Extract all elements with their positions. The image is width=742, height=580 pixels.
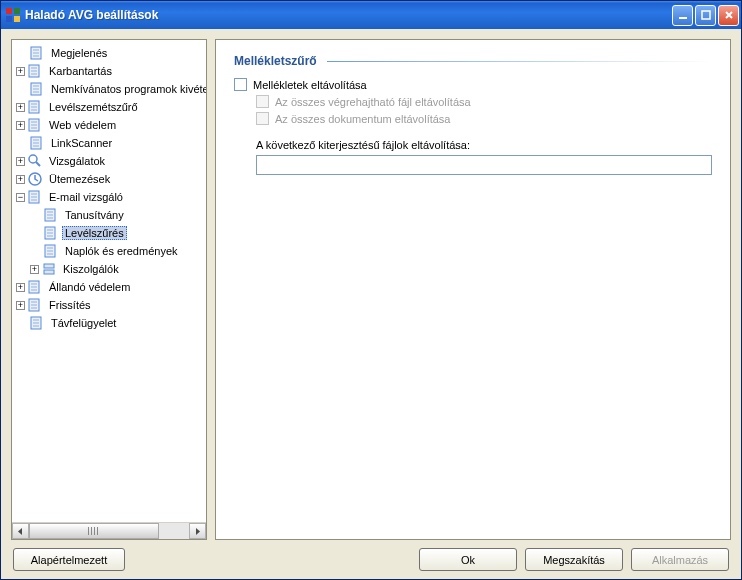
svg-rect-2	[6, 16, 12, 22]
checkbox-remove-executables	[256, 95, 269, 108]
titlebar: Haladó AVG beállítások	[1, 1, 741, 29]
ok-button[interactable]: Ok	[419, 548, 517, 571]
checkbox-remove-attachments[interactable]	[234, 78, 247, 91]
section-header: Mellékletszűrő	[234, 54, 712, 68]
tree-item-label[interactable]: Frissítés	[46, 298, 94, 312]
tree-expander[interactable]: +	[16, 121, 25, 130]
tree-item-icon	[41, 261, 57, 277]
tree-expander[interactable]: +	[16, 157, 25, 166]
tree-expander[interactable]: +	[30, 265, 39, 274]
tree-item-icon	[27, 99, 43, 115]
tree-panel: Megjelenés+KarbantartásNemkívánatos prog…	[11, 39, 207, 540]
tree-item[interactable]: +Web védelem	[12, 116, 206, 134]
svg-rect-0	[6, 8, 12, 14]
tree-item[interactable]: Nemkívánatos programok kivételei	[12, 80, 206, 98]
tree-item-label[interactable]: Web védelem	[46, 118, 119, 132]
scroll-left-button[interactable]	[12, 523, 29, 539]
tree-item[interactable]: +Ütemezések	[12, 170, 206, 188]
checkbox-remove-documents	[256, 112, 269, 125]
tree-item-icon	[29, 135, 45, 151]
tree-expander-spacer	[16, 317, 27, 329]
tree-item-icon	[29, 81, 45, 97]
tree-item-label[interactable]: Kiszolgálók	[60, 262, 122, 276]
tree-item-label[interactable]: LinkScanner	[48, 136, 115, 150]
maximize-button[interactable]	[695, 5, 716, 26]
tree-expander-spacer	[16, 47, 27, 59]
tree-expander[interactable]: +	[16, 175, 25, 184]
svg-rect-5	[702, 11, 710, 19]
tree-item-label[interactable]: Tanusítvány	[62, 208, 127, 222]
horizontal-scrollbar[interactable]	[12, 522, 206, 539]
checkbox-remove-attachments-label: Mellékletek eltávolítása	[253, 79, 367, 91]
client-area: Megjelenés+KarbantartásNemkívánatos prog…	[1, 29, 741, 579]
tree-item-icon	[27, 189, 43, 205]
tree-item-icon	[27, 117, 43, 133]
tree-item-icon	[27, 63, 43, 79]
tree-item-label[interactable]: Naplók és eredmények	[62, 244, 181, 258]
section-title: Mellékletszűrő	[234, 54, 317, 68]
tree-item-icon	[43, 243, 59, 259]
tree-item-icon	[43, 207, 59, 223]
panels: Megjelenés+KarbantartásNemkívánatos prog…	[11, 39, 731, 540]
tree-item-label[interactable]: Levélszűrés	[62, 226, 127, 240]
tree-item-label[interactable]: Vizsgálatok	[46, 154, 108, 168]
button-row: Alapértelmezett Ok Megszakítás Alkalmazá…	[11, 548, 731, 571]
apply-button[interactable]: Alkalmazás	[631, 548, 729, 571]
tree-item[interactable]: Naplók és eredmények	[12, 242, 206, 260]
checkbox-remove-executables-row: Az összes végrehajtható fájl eltávolítás…	[256, 95, 712, 108]
tree-item[interactable]: LinkScanner	[12, 134, 206, 152]
tree-expander-spacer	[30, 245, 41, 257]
cancel-button[interactable]: Megszakítás	[525, 548, 623, 571]
defaults-button[interactable]: Alapértelmezett	[13, 548, 125, 571]
minimize-button[interactable]	[672, 5, 693, 26]
tree-item-label[interactable]: Nemkívánatos programok kivételei	[48, 82, 206, 96]
tree-item[interactable]: Tanusítvány	[12, 206, 206, 224]
tree-item[interactable]: Távfelügyelet	[12, 314, 206, 332]
tree-expander[interactable]: +	[16, 283, 25, 292]
extensions-label: A következő kiterjesztésű fájlok eltávol…	[256, 139, 712, 151]
tree-item-label[interactable]: E-mail vizsgáló	[46, 190, 126, 204]
tree-expander[interactable]: +	[16, 301, 25, 310]
tree-item-icon	[29, 45, 45, 61]
tree-expander-spacer	[16, 137, 27, 149]
tree-item[interactable]: Megjelenés	[12, 44, 206, 62]
tree-item[interactable]: Levélszűrés	[12, 224, 206, 242]
tree-item-label[interactable]: Távfelügyelet	[48, 316, 119, 330]
tree-item-label[interactable]: Levélszemétszűrő	[46, 100, 141, 114]
tree-item-label[interactable]: Karbantartás	[46, 64, 115, 78]
window-controls	[672, 5, 739, 26]
close-button[interactable]	[718, 5, 739, 26]
tree-item[interactable]: −E-mail vizsgáló	[12, 188, 206, 206]
tree-expander-spacer	[16, 83, 27, 95]
scroll-right-button[interactable]	[189, 523, 206, 539]
tree-item-icon	[43, 225, 59, 241]
checkbox-remove-attachments-row: Mellékletek eltávolítása	[234, 78, 712, 91]
tree-item-icon	[29, 315, 45, 331]
tree-item[interactable]: +Karbantartás	[12, 62, 206, 80]
tree-item[interactable]: +Frissítés	[12, 296, 206, 314]
tree-expander-spacer	[30, 209, 41, 221]
tree-item[interactable]: +Kiszolgálók	[12, 260, 206, 278]
svg-rect-49	[44, 264, 54, 268]
scroll-thumb[interactable]	[29, 523, 159, 539]
settings-tree[interactable]: Megjelenés+KarbantartásNemkívánatos prog…	[12, 44, 206, 332]
tree-scroll: Megjelenés+KarbantartásNemkívánatos prog…	[12, 40, 206, 522]
content-panel: Mellékletszűrő Mellékletek eltávolítása …	[215, 39, 731, 540]
scroll-track[interactable]	[29, 523, 189, 539]
tree-item-label[interactable]: Állandó védelem	[46, 280, 133, 294]
tree-item[interactable]: +Állandó védelem	[12, 278, 206, 296]
extensions-input[interactable]	[256, 155, 712, 175]
tree-item-label[interactable]: Ütemezések	[46, 172, 113, 186]
tree-expander[interactable]: +	[16, 103, 25, 112]
checkbox-remove-documents-label: Az összes dokumentum eltávolítása	[275, 113, 450, 125]
svg-point-30	[29, 155, 37, 163]
tree-item-label[interactable]: Megjelenés	[48, 46, 110, 60]
checkbox-remove-documents-row: Az összes dokumentum eltávolítása	[256, 112, 712, 125]
tree-item-icon	[27, 171, 43, 187]
tree-item[interactable]: +Levélszemétszűrő	[12, 98, 206, 116]
tree-expander[interactable]: −	[16, 193, 25, 202]
tree-expander[interactable]: +	[16, 67, 25, 76]
tree-item-icon	[27, 297, 43, 313]
tree-item[interactable]: +Vizsgálatok	[12, 152, 206, 170]
tree-expander-spacer	[30, 227, 41, 239]
